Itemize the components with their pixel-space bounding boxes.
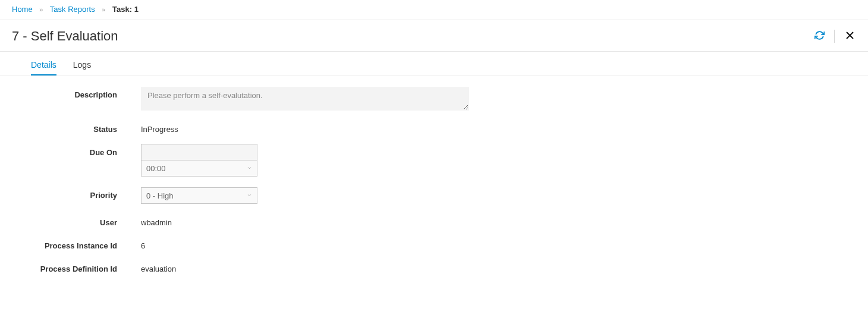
chevron-down-icon [247, 165, 252, 172]
page-header: 7 - Self Evaluation [0, 20, 868, 52]
row-priority: Priority 0 - High [31, 187, 837, 204]
header-actions [813, 30, 856, 43]
refresh-button[interactable] [813, 30, 826, 43]
due-on-stack: 00:00 [141, 144, 257, 177]
due-time-value: 00:00 [146, 164, 166, 173]
label-user: User [31, 215, 141, 227]
due-time-select[interactable]: 00:00 [141, 160, 257, 177]
breadcrumb-task-reports[interactable]: Task Reports [50, 5, 95, 14]
label-status: Status [31, 121, 141, 134]
breadcrumb-home[interactable]: Home [12, 5, 33, 14]
tab-details[interactable]: Details [31, 54, 56, 75]
page-title: 7 - Self Evaluation [12, 29, 813, 44]
tabs: Details Logs [0, 54, 868, 76]
label-priority: Priority [31, 187, 141, 200]
row-process-definition-id: Process Definition Id evaluation [31, 261, 837, 273]
breadcrumb-sep-icon: » [102, 6, 105, 13]
chevron-down-icon [247, 193, 252, 199]
value-process-definition-id: evaluation [141, 261, 176, 273]
breadcrumb: Home » Task Reports » Task: 1 [0, 0, 868, 20]
row-process-instance-id: Process Instance Id 6 [31, 238, 837, 250]
close-button[interactable] [843, 30, 856, 43]
priority-value: 0 - High [146, 191, 174, 200]
header-separator [834, 30, 835, 43]
details-panel: Description Status InProgress Due On 00:… [0, 76, 868, 302]
priority-select[interactable]: 0 - High [141, 187, 257, 204]
label-due-on: Due On [31, 144, 141, 157]
due-date-input[interactable] [141, 144, 257, 160]
value-process-instance-id: 6 [141, 238, 145, 250]
close-icon [845, 31, 854, 42]
refresh-icon [814, 30, 825, 42]
description-textarea[interactable] [141, 87, 469, 111]
breadcrumb-sep-icon: » [39, 6, 43, 13]
row-description: Description [31, 87, 837, 111]
breadcrumb-current: Task: 1 [112, 5, 139, 14]
row-user: User wbadmin [31, 215, 837, 227]
tab-logs[interactable]: Logs [73, 54, 91, 75]
row-due-on: Due On 00:00 [31, 144, 837, 177]
label-process-instance-id: Process Instance Id [31, 238, 141, 250]
value-status: InProgress [141, 121, 178, 134]
row-status: Status InProgress [31, 121, 837, 134]
breadcrumb-current-id: 1 [134, 5, 139, 14]
breadcrumb-current-label: Task [112, 5, 130, 14]
label-description: Description [31, 87, 141, 99]
label-process-definition-id: Process Definition Id [31, 261, 141, 273]
value-user: wbadmin [141, 215, 172, 227]
